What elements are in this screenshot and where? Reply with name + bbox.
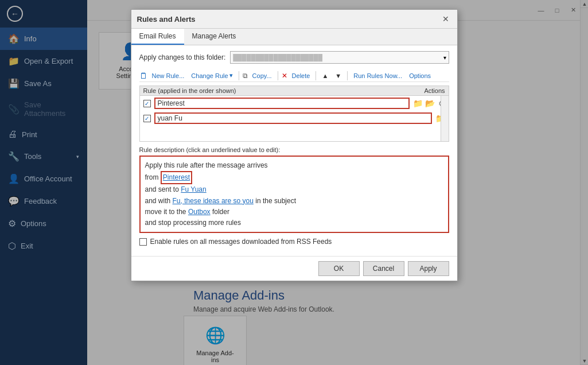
apply-button[interactable]: Apply <box>408 261 449 276</box>
rules-toolbar: 🗒 New Rule... Change Rule ▾ ⧉ Copy... ✕ … <box>139 69 449 82</box>
rule-desc-line1: Apply this rule after the message arrive… <box>145 160 443 171</box>
rss-label: Enable rules on all messages downloaded … <box>150 238 332 246</box>
folder-value: ████████████████████ <box>233 54 322 61</box>
rule-link-pinterest[interactable]: Pinterest <box>161 171 192 184</box>
dialog-title-bar: Rules and Alerts ✕ <box>131 10 457 29</box>
rule-desc-box: Apply this rule after the message arrive… <box>139 156 449 233</box>
toolbar-separator-4 <box>347 71 348 80</box>
rules-list-scrollbar[interactable] <box>441 96 449 141</box>
move-up-button[interactable]: ▲ <box>320 71 330 80</box>
rule-desc-label: Rule description (click an underlined va… <box>139 146 449 153</box>
rule-desc-line3: and sent to Fu Yuan <box>145 184 443 195</box>
run-rules-button[interactable]: Run Rules Now... <box>351 71 404 80</box>
copy-icon: ⧉ <box>243 72 248 80</box>
rule-name-pinterest: Pinterest <box>154 98 410 109</box>
toolbar-separator-1 <box>239 71 239 80</box>
folder-dropdown[interactable]: ████████████████████ ▾ <box>230 51 449 64</box>
rss-row: Enable rules on all messages downloaded … <box>139 238 449 246</box>
move-down-button[interactable]: ▼ <box>333 71 344 80</box>
change-rule-label: Change Rule <box>191 72 228 79</box>
dialog-body: Apply changes to this folder: ██████████… <box>131 45 457 256</box>
toolbar-separator-3 <box>316 71 316 80</box>
rule-desc-line4: and with Fu, these ideas are so you in t… <box>145 196 443 207</box>
ok-button[interactable]: OK <box>318 261 360 276</box>
folder-label: Apply changes to this folder: <box>139 53 226 61</box>
rule-name-yuan-fu: yuan Fu <box>154 112 432 124</box>
rules-alerts-dialog: Rules and Alerts ✕ Email Rules Manage Al… <box>131 9 458 281</box>
new-rule-icon: 🗒 <box>139 71 147 80</box>
rule-desc-line5: move it to the Outbox folder <box>145 207 443 218</box>
toolbar-separator-2 <box>278 71 278 80</box>
rule-checkbox-yuan-fu[interactable] <box>143 115 151 122</box>
tab-email-rules[interactable]: Email Rules <box>131 29 184 45</box>
rule-desc-line6: and stop processing more rules <box>145 218 443 228</box>
delete-button[interactable]: Delete <box>290 71 313 80</box>
modal-overlay: Rules and Alerts ✕ Email Rules Manage Al… <box>0 0 588 365</box>
rule-folder2-icon-pinterest: 📂 <box>425 99 435 108</box>
rss-checkbox[interactable] <box>139 238 147 246</box>
rules-list: Pinterest 📁 📂 ⚙ yuan Fu 📁 <box>139 96 449 142</box>
dialog-title: Rules and Alerts <box>137 15 196 24</box>
rule-item-yuan-fu[interactable]: yuan Fu 📁 <box>140 111 449 126</box>
rule-link-fu-yuan[interactable]: Fu Yuan <box>181 185 206 193</box>
folder-row: Apply changes to this folder: ██████████… <box>139 51 449 64</box>
change-rule-button[interactable]: Change Rule ▾ <box>189 71 235 80</box>
rule-actions-pinterest: 📁 📂 <box>413 99 435 108</box>
rules-header-col1: Rule (applied in the order shown) <box>143 87 236 94</box>
options-button[interactable]: Options <box>407 71 433 80</box>
copy-button[interactable]: Copy... <box>250 71 274 80</box>
rules-header-col2: Actions <box>424 87 445 94</box>
rule-desc-line2: from Pinterest <box>145 171 443 184</box>
dialog-close-button[interactable]: ✕ <box>440 13 451 25</box>
new-rule-button[interactable]: New Rule... <box>150 71 187 80</box>
rule-checkbox-pinterest[interactable] <box>143 100 151 107</box>
tab-manage-alerts[interactable]: Manage Alerts <box>184 29 244 45</box>
dialog-tabs: Email Rules Manage Alerts <box>131 29 457 45</box>
rule-folder-icon-pinterest: 📁 <box>413 99 423 108</box>
rules-list-header: Rule (applied in the order shown) Action… <box>139 86 449 96</box>
rule-link-subject[interactable]: Fu, these ideas are so you <box>173 197 254 205</box>
delete-x-icon: ✕ <box>282 72 287 80</box>
folder-arrow-icon: ▾ <box>443 55 446 61</box>
change-rule-arrow-icon: ▾ <box>229 72 233 79</box>
rule-item-pinterest[interactable]: Pinterest 📁 📂 ⚙ <box>140 96 449 111</box>
dialog-buttons: OK Cancel Apply <box>131 256 457 281</box>
rule-link-outbox[interactable]: Outbox <box>188 208 211 216</box>
cancel-button[interactable]: Cancel <box>363 261 404 276</box>
